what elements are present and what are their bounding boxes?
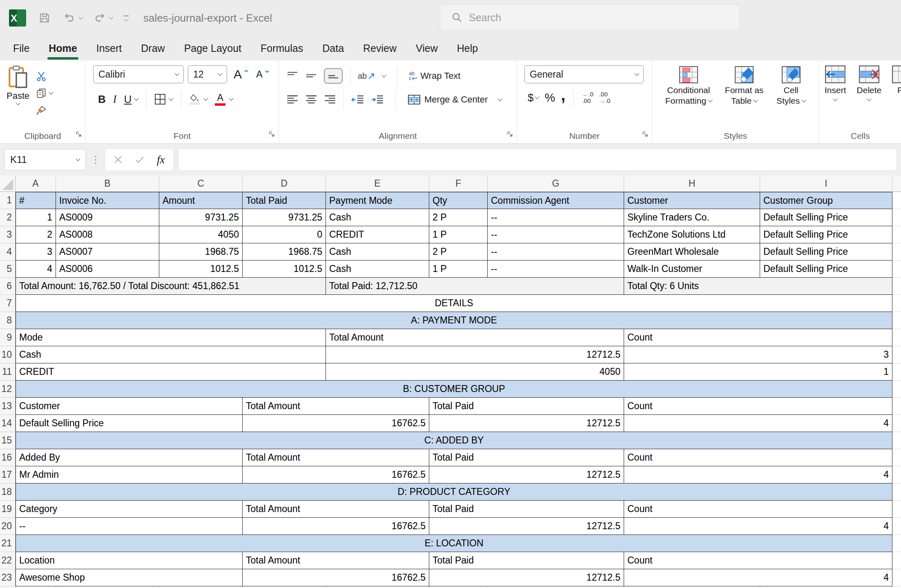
cell-D1[interactable]: Total Paid	[243, 192, 326, 209]
cell-A12[interactable]: B: CUSTOMER GROUP	[16, 381, 892, 398]
cell-F20[interactable]: 12712.5	[429, 518, 624, 535]
format-painter-button[interactable]	[36, 103, 53, 118]
merge-center-button[interactable]: Merge & Center	[407, 94, 488, 105]
column-header-I[interactable]: I	[760, 176, 892, 192]
column-header-B[interactable]: B	[56, 176, 159, 192]
cell-H9[interactable]: Count	[624, 329, 892, 346]
fill-color-dropdown-chevron-icon[interactable]	[204, 96, 208, 100]
cell-H19[interactable]: Count	[624, 501, 892, 518]
cell-A23[interactable]: Awesome Shop	[16, 569, 243, 586]
underline-dropdown-chevron-icon[interactable]	[134, 96, 139, 100]
tab-formulas[interactable]: Formulas	[261, 42, 303, 60]
cell-F23[interactable]: 12712.5	[429, 569, 624, 586]
redo-dropdown-chevron-icon[interactable]	[109, 15, 113, 19]
insert-cells-button[interactable]: Insert	[825, 65, 846, 100]
cell-C5[interactable]: 1012.5	[159, 261, 243, 278]
cell-I4[interactable]: Default Selling Price	[760, 243, 892, 261]
align-left-icon[interactable]	[286, 94, 299, 105]
format-as-table-button[interactable]: Format as Table	[725, 66, 764, 107]
cell-H13[interactable]: Count	[624, 398, 892, 415]
cell-D3[interactable]: 0	[243, 226, 326, 243]
fill-color-button[interactable]	[190, 94, 200, 105]
tab-review[interactable]: Review	[363, 42, 397, 60]
underline-button[interactable]: U	[124, 93, 132, 106]
cell-I2[interactable]: Default Selling Price	[760, 209, 892, 226]
tab-view[interactable]: View	[416, 42, 438, 60]
cell-D16[interactable]: Total Amount	[243, 449, 429, 466]
row-header-17[interactable]: 17	[0, 466, 16, 483]
cell-A1[interactable]: #	[16, 192, 56, 209]
undo-dropdown-chevron-icon[interactable]	[78, 15, 83, 19]
row-header-5[interactable]: 5	[0, 261, 16, 278]
cell-A20[interactable]: --	[16, 518, 243, 535]
excel-app-icon[interactable]: X	[9, 9, 26, 27]
cell-H23[interactable]: 4	[624, 569, 892, 586]
cell-F5[interactable]: 1 P	[429, 261, 488, 278]
cell-H16[interactable]: Count	[624, 449, 892, 466]
cell-D13[interactable]: Total Amount	[243, 398, 429, 415]
format-cells-button-clipped[interactable]: Fo	[892, 65, 901, 96]
cell-D14[interactable]: 16762.5	[243, 415, 429, 432]
cell-A19[interactable]: Category	[16, 501, 243, 518]
cell-H4[interactable]: GreenMart Wholesale	[624, 243, 760, 261]
cell-A15[interactable]: C: ADDED BY	[16, 432, 892, 449]
row-header-3[interactable]: 3	[0, 226, 16, 243]
cell-A4[interactable]: 3	[16, 243, 56, 261]
row-header-7[interactable]: 7	[0, 295, 16, 312]
cell-G2[interactable]: --	[488, 209, 624, 226]
row-header-15[interactable]: 15	[0, 432, 16, 449]
cell-H17[interactable]: 4	[624, 466, 892, 483]
paste-button[interactable]: Paste	[7, 65, 29, 118]
cell-E11[interactable]: 4050	[326, 363, 624, 381]
column-header-C[interactable]: C	[159, 176, 243, 192]
cell-H2[interactable]: Skyline Traders Co.	[624, 209, 760, 226]
cell-C4[interactable]: 1968.75	[159, 243, 243, 261]
increase-font-size-button[interactable]: A	[234, 67, 249, 81]
cell-F22[interactable]: Total Paid	[429, 552, 624, 569]
number-dialog-launcher-icon[interactable]	[642, 131, 649, 139]
cell-D2[interactable]: 9731.25	[243, 209, 326, 226]
alignment-dialog-launcher-icon[interactable]	[507, 131, 513, 139]
middle-align-icon[interactable]	[305, 71, 317, 81]
row-header-18[interactable]: 18	[0, 483, 16, 501]
cell-I1[interactable]: Customer Group	[760, 192, 892, 209]
tab-insert[interactable]: Insert	[96, 42, 122, 60]
column-header-H[interactable]: H	[624, 176, 760, 192]
tab-page-layout[interactable]: Page Layout	[184, 42, 241, 60]
cell-F3[interactable]: 1 P	[429, 226, 488, 243]
row-header-11[interactable]: 11	[0, 363, 16, 381]
font-size-combobox[interactable]: 12	[188, 65, 227, 83]
font-name-combobox[interactable]: Calibri	[93, 65, 184, 83]
cell-E3[interactable]: CREDIT	[326, 226, 429, 243]
top-align-icon[interactable]	[286, 71, 299, 81]
row-header-1[interactable]: 1	[0, 192, 16, 209]
cell-C2[interactable]: 9731.25	[159, 209, 243, 226]
tab-file[interactable]: File	[13, 42, 29, 60]
bottom-align-button-selected[interactable]	[324, 68, 343, 84]
cell-H6[interactable]: Total Qty: 6 Units	[624, 278, 892, 295]
column-header-E[interactable]: E	[326, 176, 429, 192]
borders-dropdown-chevron-icon[interactable]	[169, 96, 174, 100]
align-right-icon[interactable]	[324, 94, 336, 105]
cell-B2[interactable]: AS0009	[56, 209, 159, 226]
column-header-D[interactable]: D	[243, 176, 326, 192]
cell-A11[interactable]: CREDIT	[16, 363, 326, 381]
font-dialog-launcher-icon[interactable]	[269, 131, 275, 139]
cell-C1[interactable]: Amount	[159, 192, 243, 209]
cell-A9[interactable]: Mode	[16, 329, 326, 346]
cell-B5[interactable]: AS0006	[56, 261, 159, 278]
tab-data[interactable]: Data	[322, 42, 344, 60]
borders-icon[interactable]	[155, 94, 165, 105]
enter-icon[interactable]	[135, 155, 145, 164]
cell-A16[interactable]: Added By	[16, 449, 243, 466]
orientation-button[interactable]: ab	[358, 71, 376, 81]
cell-E6[interactable]: Total Paid: 12,712.50	[326, 278, 624, 295]
cell-E4[interactable]: Cash	[326, 243, 429, 261]
cell-A21[interactable]: E: LOCATION	[16, 535, 892, 552]
cell-H5[interactable]: Walk-In Customer	[624, 261, 760, 278]
cell-H22[interactable]: Count	[624, 552, 892, 569]
formula-input[interactable]	[178, 149, 897, 171]
cell-D17[interactable]: 16762.5	[243, 466, 429, 483]
tab-home[interactable]: Home	[49, 42, 77, 60]
cell-F14[interactable]: 12712.5	[429, 415, 624, 432]
